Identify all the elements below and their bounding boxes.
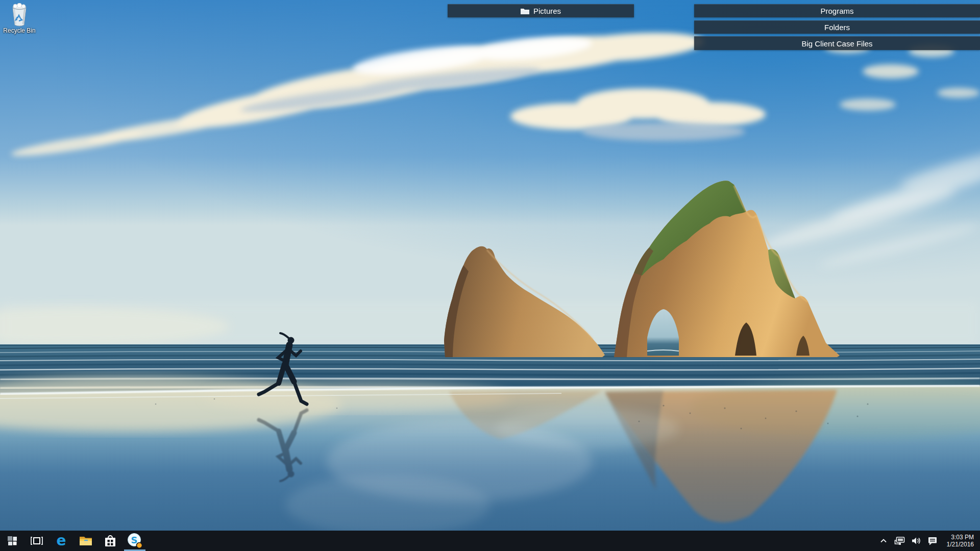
- network-icon: [894, 536, 905, 545]
- recycle-bin-glyph: [8, 3, 31, 27]
- toolbar-folders-label: Folders: [824, 23, 850, 32]
- system-tray: 3:03 PM 1/21/2016: [877, 531, 980, 551]
- toolbar-pictures-label: Pictures: [533, 7, 561, 15]
- volume-tray-button[interactable]: [910, 531, 923, 551]
- store-bag-icon: [104, 534, 116, 547]
- recycle-bin-label: Recycle Bin: [1, 28, 38, 34]
- task-view-button[interactable]: [24, 531, 49, 551]
- task-view-icon: [31, 536, 43, 545]
- toolbar-big-client-case-files[interactable]: Big Client Case Files: [694, 36, 980, 50]
- folder-icon: [521, 8, 529, 14]
- taskbar-app-file-explorer[interactable]: [74, 531, 98, 551]
- taskbar: e S: [0, 531, 980, 551]
- toolbar-pictures[interactable]: Pictures: [448, 4, 634, 17]
- desktop: Recycle Bin Pictures Programs Folders Bi…: [0, 0, 980, 551]
- toolbar-programs[interactable]: Programs: [694, 4, 980, 17]
- taskbar-app-edge[interactable]: e: [49, 531, 74, 551]
- taskbar-empty-area: [147, 531, 877, 551]
- volume-icon: [911, 537, 921, 545]
- toolbar-programs-label: Programs: [820, 7, 853, 15]
- chevron-up-icon: [879, 537, 888, 544]
- svg-text:e: e: [57, 533, 66, 548]
- action-center-button[interactable]: [926, 531, 939, 551]
- start-button[interactable]: [0, 531, 24, 551]
- taskbar-app-store[interactable]: [98, 531, 122, 551]
- toolbar-folders[interactable]: Folders: [694, 20, 980, 34]
- edge-icon: e: [54, 533, 69, 548]
- svg-text:S: S: [131, 535, 138, 545]
- recycle-bin-icon[interactable]: Recycle Bin: [1, 3, 38, 34]
- file-explorer-icon: [79, 535, 92, 546]
- action-center-icon: [927, 536, 938, 545]
- taskbar-clock[interactable]: 3:03 PM 1/21/2016: [942, 534, 976, 548]
- show-hidden-icons-button[interactable]: [877, 531, 890, 551]
- clock-date: 1/21/2016: [942, 541, 974, 548]
- toolbar-big-client-case-files-label: Big Client Case Files: [801, 39, 872, 48]
- skype-notification-badge: [137, 543, 142, 548]
- wallpaper-image: [0, 0, 980, 531]
- taskbar-app-skype[interactable]: S: [122, 531, 147, 551]
- windows-logo-icon: [7, 536, 17, 546]
- network-tray-button[interactable]: [893, 531, 906, 551]
- clock-time: 3:03 PM: [942, 534, 974, 541]
- skype-icon: S: [127, 533, 143, 549]
